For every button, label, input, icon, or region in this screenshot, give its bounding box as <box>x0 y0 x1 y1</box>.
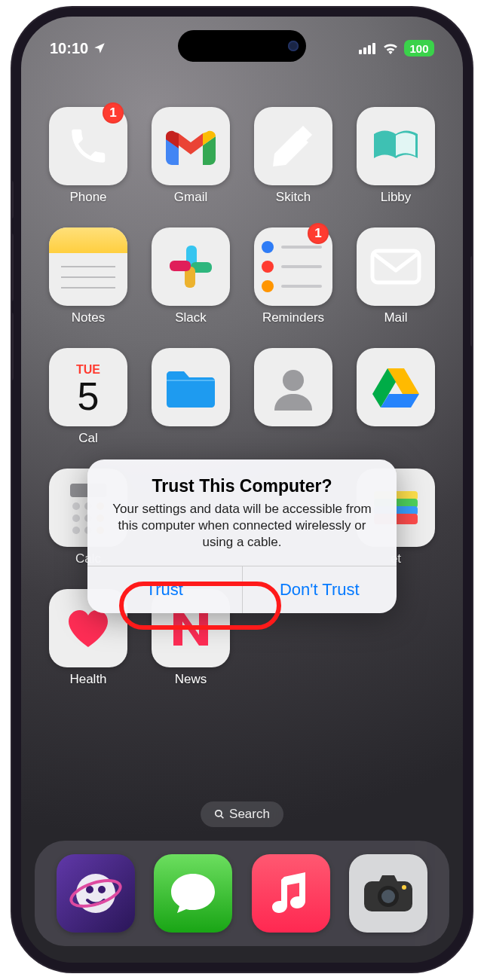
side-button-volume-up[interactable] <box>12 234 14 301</box>
cellular-icon <box>359 42 377 54</box>
app-reminders[interactable]: 1 Reminders <box>249 227 338 325</box>
app-phone[interactable]: 1 Phone <box>44 107 133 205</box>
app-skitch[interactable]: Skitch <box>249 107 338 205</box>
svg-point-8 <box>78 249 81 252</box>
svg-rect-3 <box>372 43 375 54</box>
app-slack[interactable]: Slack <box>146 227 235 325</box>
phone-frame: 10:10 100 1 <box>12 8 472 972</box>
app-label: Skitch <box>276 190 311 205</box>
libby-icon <box>357 107 435 185</box>
svg-rect-0 <box>359 50 362 54</box>
spotlight-search[interactable]: Search <box>201 801 283 827</box>
dock-app-messages[interactable] <box>154 854 232 933</box>
wifi-icon <box>382 42 399 54</box>
search-label: Search <box>229 807 270 822</box>
alert-message: Your settings and data will be accessibl… <box>106 501 378 551</box>
svg-point-27 <box>216 811 222 817</box>
dock-app-camera[interactable] <box>349 854 427 933</box>
trust-alert: Trust This Computer? Your settings and d… <box>87 459 397 613</box>
alert-title: Trust This Computer? <box>106 476 378 496</box>
app-label: Gmail <box>174 190 207 205</box>
svg-point-31 <box>98 886 106 893</box>
dock-app-music[interactable] <box>252 854 330 933</box>
side-button-power[interactable] <box>470 256 472 347</box>
screen: 10:10 100 1 <box>21 17 463 963</box>
app-label: Slack <box>175 310 207 325</box>
slack-icon <box>152 227 230 306</box>
badge: 1 <box>103 102 124 124</box>
location-icon <box>93 41 106 55</box>
svg-rect-11 <box>372 251 419 282</box>
badge: 1 <box>308 223 329 244</box>
drive-icon <box>357 348 435 426</box>
notes-icon <box>49 227 127 306</box>
svg-point-10 <box>102 249 105 252</box>
dock <box>35 841 449 946</box>
svg-point-18 <box>72 527 80 534</box>
status-bar: 10:10 100 <box>21 33 463 63</box>
search-icon <box>214 809 225 820</box>
calendar-day: 5 <box>78 377 100 416</box>
svg-point-12 <box>283 370 304 391</box>
mail-icon <box>357 227 435 306</box>
app-files[interactable] <box>146 348 235 446</box>
app-notes[interactable]: Notes <box>44 227 133 325</box>
calendar-icon: TUE 5 <box>49 348 127 426</box>
side-button-silent[interactable] <box>12 181 14 218</box>
app-gmail[interactable]: Gmail <box>146 107 235 205</box>
skitch-icon <box>254 107 332 185</box>
app-mail[interactable]: Mail <box>351 227 440 325</box>
svg-point-7 <box>66 249 69 252</box>
app-drive[interactable] <box>351 348 440 446</box>
svg-line-28 <box>221 816 224 819</box>
battery-level: 100 <box>404 40 434 56</box>
app-label: Libby <box>381 190 412 205</box>
app-label: Health <box>69 672 106 687</box>
battery-indicator: 100 <box>404 40 434 56</box>
svg-point-14 <box>72 502 80 510</box>
app-label: Cal <box>78 431 98 446</box>
app-calendar[interactable]: TUE 5 Cal <box>44 348 133 446</box>
files-icon <box>152 348 230 426</box>
svg-rect-1 <box>363 47 366 54</box>
app-label: Notes <box>72 310 105 325</box>
side-button-volume-down[interactable] <box>12 313 14 380</box>
dont-trust-button[interactable]: Don't Trust <box>242 566 397 613</box>
dock-app-1[interactable] <box>57 854 135 933</box>
svg-point-35 <box>381 890 395 903</box>
app-label: Reminders <box>262 310 324 325</box>
svg-point-9 <box>90 249 93 252</box>
app-label: Phone <box>69 190 106 205</box>
svg-point-16 <box>72 514 80 522</box>
svg-point-36 <box>402 885 406 890</box>
contacts-icon <box>254 348 332 426</box>
app-contacts[interactable] <box>249 348 338 446</box>
app-label: Mail <box>384 310 407 325</box>
status-time: 10:10 <box>50 40 88 57</box>
gmail-icon <box>152 107 230 185</box>
app-label: News <box>175 672 207 687</box>
svg-rect-2 <box>368 45 371 54</box>
trust-button[interactable]: Trust <box>87 566 242 613</box>
app-libby[interactable]: Libby <box>351 107 440 205</box>
